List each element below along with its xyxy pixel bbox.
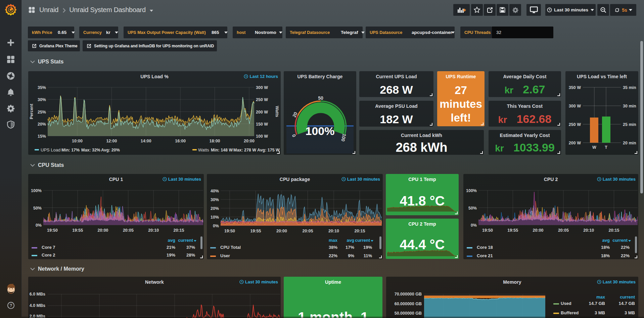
svg-text:20%: 20%: [38, 122, 46, 127]
svg-text:30%: 30%: [38, 97, 46, 102]
svg-text:100%: 100%: [306, 125, 335, 137]
svg-text:20:05: 20:05: [303, 229, 313, 233]
svg-text:18:00: 18:00: [210, 139, 220, 143]
svg-text:100%: 100%: [466, 188, 477, 193]
svg-text:300 W: 300 W: [569, 104, 581, 108]
svg-text:30%: 30%: [211, 197, 219, 202]
svg-text:0%: 0%: [213, 224, 219, 228]
svg-text:Watts: Watts: [275, 106, 279, 117]
svg-text:20:00: 20:00: [533, 228, 544, 233]
svg-text:250 W: 250 W: [569, 122, 581, 127]
svg-text:W: W: [592, 145, 596, 150]
svg-text:300 W: 300 W: [256, 85, 268, 90]
svg-text:20%: 20%: [211, 206, 219, 211]
svg-text:100 W: 100 W: [256, 134, 268, 139]
svg-text:200 W: 200 W: [569, 141, 581, 145]
svg-text:Max: 278 W: Max: 278 W: [233, 148, 256, 152]
svg-text:Avg: 20%: Avg: 20%: [101, 148, 120, 152]
svg-text:150 W: 150 W: [256, 122, 268, 127]
svg-text:UPS Load: UPS Load: [41, 147, 60, 152]
svg-text:Avg: 175 W: Avg: 175 W: [257, 148, 280, 152]
svg-text:Percent: Percent: [29, 103, 34, 119]
svg-text:T: T: [605, 145, 607, 150]
svg-text:16:00: 16:00: [175, 139, 186, 143]
svg-text:15%: 15%: [38, 134, 46, 139]
svg-text:Min: 17%: Min: 17%: [61, 148, 80, 152]
svg-text:20:00: 20:00: [98, 228, 108, 233]
svg-text:20:10: 20:10: [583, 228, 594, 233]
svg-text:20:05: 20:05: [123, 228, 134, 233]
svg-text:19:55: 19:55: [72, 228, 83, 233]
svg-text:20:10: 20:10: [148, 228, 159, 233]
svg-text:20 min: 20 min: [623, 141, 636, 145]
svg-text:350 W: 350 W: [569, 85, 581, 90]
svg-text:0%: 0%: [36, 223, 42, 228]
svg-text:19:50: 19:50: [224, 229, 235, 233]
svg-text:20:10: 20:10: [328, 229, 339, 233]
svg-text:70.000000 GB: 70.000000 GB: [395, 292, 422, 297]
svg-text:100%: 100%: [31, 188, 42, 193]
svg-text:Watts: Watts: [198, 147, 209, 152]
svg-text:20:15: 20:15: [355, 229, 365, 233]
svg-text:0%: 0%: [471, 223, 477, 228]
svg-text:19:50: 19:50: [482, 228, 493, 233]
svg-text:20:00: 20:00: [276, 229, 287, 233]
svg-text:12:00: 12:00: [106, 139, 117, 143]
svg-text:Max: 32%: Max: 32%: [81, 148, 100, 152]
svg-text:200 W: 200 W: [256, 110, 268, 115]
svg-text:50%: 50%: [468, 206, 477, 211]
svg-text:50%: 50%: [33, 206, 42, 211]
svg-text:Min: 148 W: Min: 148 W: [211, 148, 233, 152]
svg-text:25%: 25%: [38, 110, 46, 115]
svg-text:10:00: 10:00: [72, 139, 83, 143]
svg-text:19:55: 19:55: [507, 228, 518, 233]
svg-text:4.0 MBs: 4.0 MBs: [30, 303, 45, 308]
svg-text:?: ?: [10, 303, 12, 308]
svg-text:19:50: 19:50: [47, 228, 58, 233]
svg-text:20:15: 20:15: [174, 228, 184, 233]
svg-text:250 W: 250 W: [256, 97, 268, 102]
svg-text:6.0 MBs: 6.0 MBs: [30, 292, 45, 297]
svg-text:40%: 40%: [211, 189, 219, 193]
svg-text:19:55: 19:55: [250, 229, 261, 233]
svg-text:35%: 35%: [38, 85, 46, 90]
svg-text:50: 50: [318, 95, 323, 101]
svg-text:14:00: 14:00: [141, 139, 151, 143]
svg-text:30 min: 30 min: [623, 104, 636, 108]
svg-text:25 min: 25 min: [623, 122, 636, 127]
svg-text:35 min: 35 min: [623, 85, 636, 90]
svg-text:20:15: 20:15: [609, 228, 619, 233]
svg-text:20:00: 20:00: [244, 139, 255, 143]
svg-text:20:05: 20:05: [558, 228, 569, 233]
svg-text:10%: 10%: [211, 215, 219, 220]
